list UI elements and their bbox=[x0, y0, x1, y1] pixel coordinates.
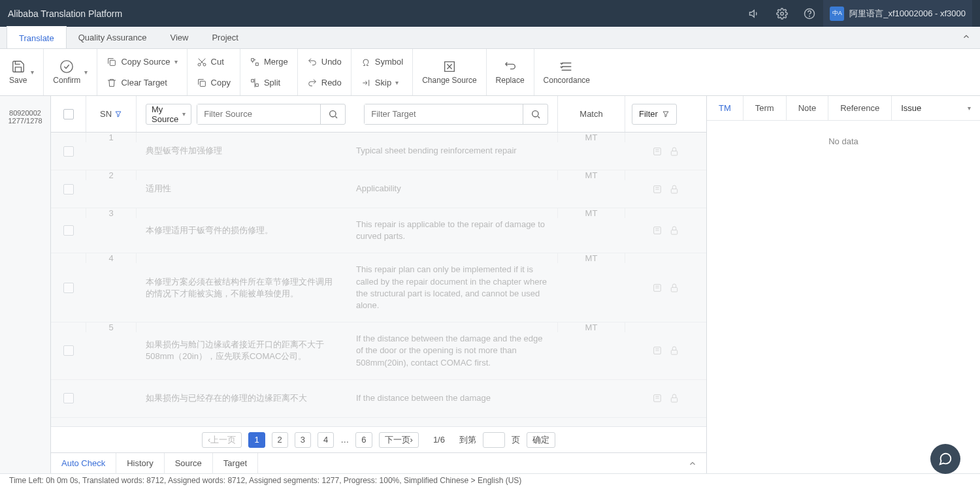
search-target-button[interactable] bbox=[523, 104, 547, 124]
row-source[interactable]: 典型钣弯件加强修理 bbox=[137, 133, 347, 170]
tool-group-symbol: Symbol Skip▾ bbox=[351, 49, 413, 95]
prev-page-button[interactable]: ‹ 上一页 bbox=[202, 432, 242, 448]
merge-button[interactable]: Merge bbox=[247, 53, 291, 71]
tool-group-undo: Undo Redo bbox=[298, 49, 351, 95]
page-last-button[interactable]: 6 bbox=[355, 432, 372, 448]
row-target[interactable]: This repair is applicable to the repair … bbox=[347, 208, 557, 253]
row-match: MT bbox=[557, 170, 625, 180]
page-3-button[interactable]: 3 bbox=[295, 432, 311, 448]
lock-icon[interactable] bbox=[669, 184, 679, 195]
to-label: 到第 bbox=[459, 434, 476, 446]
row-checkbox[interactable] bbox=[63, 393, 74, 403]
undo-button[interactable]: Undo bbox=[304, 53, 344, 71]
user-menu[interactable]: 中A 阿里语言_xf10002006 - xf3000 bbox=[823, 0, 972, 27]
note-icon[interactable] bbox=[652, 393, 662, 403]
row-source[interactable]: 本修理适用于钣弯件的损伤修理。 bbox=[137, 208, 347, 253]
tab-auto-check[interactable]: Auto Check bbox=[51, 453, 116, 474]
page-4-button[interactable]: 4 bbox=[318, 432, 334, 448]
next-page-button[interactable]: 下一页 › bbox=[379, 432, 419, 448]
note-icon[interactable] bbox=[652, 146, 662, 157]
sound-icon[interactable] bbox=[741, 0, 768, 27]
collapse-ribbon-icon[interactable] bbox=[962, 32, 971, 41]
source-mode-select[interactable]: My Source▾ bbox=[146, 104, 191, 125]
row-source[interactable]: 本修理方案必须在被结构件所在章节修理文件调用的情况下才能被实施，不能被单独使用。 bbox=[137, 253, 347, 322]
note-icon[interactable] bbox=[652, 345, 662, 356]
row-checkbox[interactable] bbox=[63, 146, 74, 157]
settings-icon[interactable] bbox=[768, 0, 796, 27]
filter-target-input[interactable] bbox=[365, 104, 523, 124]
lock-icon[interactable] bbox=[669, 393, 679, 403]
replace-button[interactable]: Replace bbox=[487, 49, 534, 95]
row-target[interactable]: If the distance between the damage bbox=[347, 380, 557, 417]
tab-source[interactable]: Source bbox=[165, 453, 213, 474]
redo-button[interactable]: Redo bbox=[304, 74, 344, 92]
table-row[interactable]: 5 如果损伤与舱门边缘或者接近开口的距离不大于508mm（20in），应先联系C… bbox=[51, 322, 706, 380]
menu-view[interactable]: View bbox=[159, 27, 201, 49]
note-icon[interactable] bbox=[652, 225, 662, 236]
filter-button[interactable]: Filter bbox=[632, 104, 677, 125]
copy-source-button[interactable]: Copy Source▾ bbox=[104, 53, 180, 71]
confirm-dropdown-icon[interactable]: ▾ bbox=[84, 69, 88, 76]
lock-icon[interactable] bbox=[669, 225, 679, 236]
lock-icon[interactable] bbox=[669, 345, 679, 356]
skip-button[interactable]: Skip▾ bbox=[358, 74, 406, 92]
menu-translate[interactable]: Translate bbox=[7, 26, 67, 48]
bottom-tabs: Auto Check History Source Target bbox=[51, 452, 706, 473]
row-checkbox[interactable] bbox=[63, 184, 74, 195]
cut-button[interactable]: Cut bbox=[194, 53, 233, 71]
search-source-button[interactable] bbox=[320, 104, 345, 124]
table-row[interactable]: 1 典型钣弯件加强修理 Typical sheet bending reinfo… bbox=[51, 133, 706, 170]
row-target[interactable]: If the distance between the damage and t… bbox=[347, 322, 557, 379]
table-row[interactable]: 4 本修理方案必须在被结构件所在章节修理文件调用的情况下才能被实施，不能被单独使… bbox=[51, 253, 706, 322]
table-row[interactable]: 2 适用性 Applicability MT bbox=[51, 170, 706, 208]
left-rail: 80920002 1277/1278 bbox=[0, 96, 51, 473]
symbol-button[interactable]: Symbol bbox=[358, 53, 406, 71]
tab-history[interactable]: History bbox=[116, 453, 164, 474]
tab-term[interactable]: Term bbox=[743, 96, 787, 121]
tab-tm[interactable]: TM bbox=[707, 96, 743, 121]
copy-button[interactable]: Copy bbox=[194, 74, 233, 92]
row-target[interactable]: This repair plan can only be implemented… bbox=[347, 253, 557, 322]
chat-fab[interactable] bbox=[930, 444, 960, 474]
select-all-checkbox[interactable] bbox=[63, 109, 74, 119]
menu-qa[interactable]: Quality Assurance bbox=[67, 27, 159, 49]
go-page-button[interactable]: 确定 bbox=[527, 432, 555, 448]
tab-note[interactable]: Note bbox=[787, 96, 828, 121]
collapse-bottom-icon[interactable] bbox=[688, 459, 697, 468]
row-source[interactable]: 如果损伤与已经存在的修理的边缘距离不大 bbox=[137, 380, 347, 417]
row-source[interactable]: 适用性 bbox=[137, 170, 347, 208]
svg-rect-13 bbox=[671, 189, 677, 193]
right-pane-tabs: TM Term Note Reference Issue▾ bbox=[707, 96, 980, 121]
save-button[interactable]: Save bbox=[9, 59, 27, 85]
concordance-button[interactable]: Concordance bbox=[534, 49, 599, 95]
row-checkbox[interactable] bbox=[63, 345, 74, 356]
lock-icon[interactable] bbox=[669, 146, 679, 157]
page-input[interactable] bbox=[483, 432, 505, 448]
row-target[interactable]: Applicability bbox=[347, 170, 557, 208]
tab-reference[interactable]: Reference bbox=[828, 96, 892, 121]
row-checkbox[interactable] bbox=[63, 283, 74, 293]
clear-target-button[interactable]: Clear Target bbox=[104, 74, 180, 92]
note-icon[interactable] bbox=[652, 283, 662, 293]
table-row[interactable]: 3 本修理适用于钣弯件的损伤修理。 This repair is applica… bbox=[51, 208, 706, 253]
confirm-button[interactable]: Confirm bbox=[53, 59, 80, 85]
note-icon[interactable] bbox=[652, 184, 662, 195]
help-icon[interactable] bbox=[796, 0, 823, 27]
menu-project[interactable]: Project bbox=[200, 27, 250, 49]
col-sn-header[interactable]: SN bbox=[86, 96, 137, 132]
row-target[interactable]: Typical sheet bending reinforcement repa… bbox=[347, 133, 557, 170]
tab-target[interactable]: Target bbox=[213, 453, 258, 474]
save-dropdown-icon[interactable]: ▾ bbox=[31, 69, 34, 76]
split-button[interactable]: Split bbox=[247, 74, 291, 92]
right-pane-body: No data bbox=[707, 121, 980, 473]
grid-body[interactable]: 1 典型钣弯件加强修理 Typical sheet bending reinfo… bbox=[51, 133, 706, 426]
page-1-button[interactable]: 1 bbox=[248, 432, 265, 448]
filter-source-input[interactable] bbox=[197, 104, 320, 124]
table-row[interactable]: 如果损伤与已经存在的修理的边缘距离不大 If the distance betw… bbox=[51, 380, 706, 418]
lock-icon[interactable] bbox=[669, 283, 679, 293]
tab-issue[interactable]: Issue▾ bbox=[892, 103, 980, 113]
row-source[interactable]: 如果损伤与舱门边缘或者接近开口的距离不大于508mm（20in），应先联系COM… bbox=[137, 322, 347, 379]
row-checkbox[interactable] bbox=[63, 225, 74, 236]
page-2-button[interactable]: 2 bbox=[272, 432, 288, 448]
change-source-button[interactable]: Change Source bbox=[413, 49, 486, 95]
